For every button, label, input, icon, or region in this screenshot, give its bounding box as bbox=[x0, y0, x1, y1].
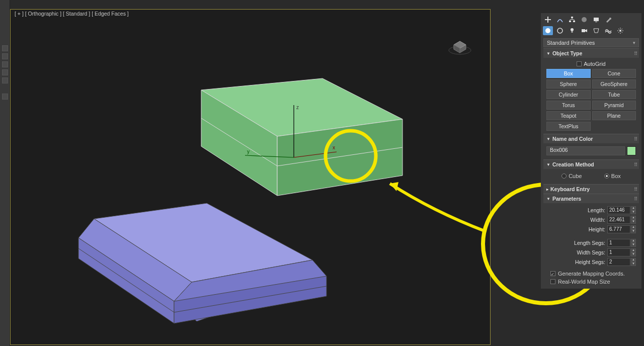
spinner-up-icon[interactable]: ▲ bbox=[631, 206, 636, 210]
lights-icon[interactable] bbox=[567, 26, 577, 35]
green-box-object[interactable] bbox=[201, 78, 403, 196]
svg-line-42 bbox=[618, 32, 619, 33]
teapot-button[interactable]: Teapot bbox=[546, 111, 591, 120]
helpers-icon[interactable] bbox=[591, 26, 601, 35]
textplus-button[interactable]: TextPlus bbox=[546, 122, 591, 131]
svg-point-35 bbox=[619, 30, 621, 32]
rollout-title: Name and Color bbox=[552, 136, 593, 142]
keyboard-entry-header[interactable]: ▸ Keyboard Entry ⠿ bbox=[543, 184, 639, 194]
spinner-up-icon[interactable]: ▲ bbox=[631, 239, 636, 243]
collapse-icon: ▼ bbox=[546, 162, 550, 167]
spinner-down-icon[interactable]: ▼ bbox=[631, 262, 636, 266]
cube-radio[interactable]: Cube bbox=[561, 173, 582, 179]
strip-slot[interactable] bbox=[2, 45, 8, 51]
primitive-category-dropdown[interactable]: Standard Primitives bbox=[543, 38, 639, 47]
sphere-button[interactable]: Sphere bbox=[546, 79, 591, 89]
svg-rect-28 bbox=[595, 22, 597, 22]
object-color-swatch[interactable] bbox=[627, 146, 636, 155]
expand-icon: ▸ bbox=[546, 187, 548, 192]
tube-button[interactable]: Tube bbox=[592, 90, 636, 99]
grip-icon: ⠿ bbox=[634, 196, 637, 202]
create-tab-icon[interactable] bbox=[543, 15, 553, 24]
box-radio[interactable]: Box bbox=[604, 173, 621, 179]
rollout-title: Parameters bbox=[552, 196, 581, 202]
generate-mapping-checkbox[interactable]: Generate Mapping Coords. bbox=[546, 270, 636, 278]
strip-slot[interactable] bbox=[2, 69, 8, 75]
width-segs-spinner[interactable]: 1 ▲▼ bbox=[607, 248, 636, 256]
strip-slot[interactable] bbox=[2, 61, 8, 67]
strip-slot[interactable] bbox=[2, 53, 8, 59]
sub-category-bar bbox=[541, 25, 641, 37]
radio-icon bbox=[561, 174, 567, 179]
geometry-icon[interactable] bbox=[543, 26, 553, 35]
systems-icon[interactable] bbox=[615, 26, 625, 35]
geosphere-button[interactable]: GeoSphere bbox=[592, 79, 636, 89]
grip-icon: ⠿ bbox=[634, 136, 637, 142]
spacewarps-icon[interactable] bbox=[603, 26, 613, 35]
dropdown-value: Standard Primitives bbox=[547, 40, 595, 46]
name-color-header[interactable]: ▼ Name and Color ⠿ bbox=[543, 134, 639, 143]
strip-slot[interactable] bbox=[2, 94, 8, 100]
svg-line-41 bbox=[622, 32, 623, 33]
spinner-down-icon[interactable]: ▼ bbox=[631, 252, 636, 256]
grip-icon: ⠿ bbox=[634, 187, 637, 192]
utilities-tab-icon[interactable] bbox=[603, 15, 613, 24]
height-segs-label: Height Segs: bbox=[575, 259, 605, 265]
main-tab-bar bbox=[541, 13, 641, 25]
parameters-header[interactable]: ▼ Parameters ⠿ bbox=[543, 194, 639, 203]
object-name-input[interactable]: Box006 bbox=[546, 146, 625, 155]
rollout-title: Creation Method bbox=[552, 161, 594, 167]
svg-line-43 bbox=[622, 29, 623, 30]
box-button[interactable]: Box bbox=[546, 69, 591, 78]
radio-icon bbox=[604, 174, 609, 179]
svg-rect-32 bbox=[572, 31, 573, 33]
creation-method-rollout: ▼ Creation Method ⠿ Cube Box bbox=[543, 159, 639, 184]
svg-rect-27 bbox=[594, 18, 599, 21]
svg-rect-25 bbox=[573, 21, 575, 22]
cylinder-button[interactable]: Cylinder bbox=[546, 90, 591, 99]
modify-tab-icon[interactable] bbox=[555, 15, 565, 24]
axis-x-label: x bbox=[333, 145, 335, 150]
spinner-down-icon[interactable]: ▼ bbox=[631, 229, 636, 233]
motion-tab-icon[interactable] bbox=[579, 15, 589, 24]
display-tab-icon[interactable] bbox=[591, 15, 601, 24]
svg-point-26 bbox=[582, 17, 587, 22]
object-type-header[interactable]: ▼ Object Type ⠿ bbox=[543, 48, 639, 58]
svg-point-30 bbox=[557, 28, 562, 33]
shapes-icon[interactable] bbox=[555, 26, 565, 35]
spinner-down-icon[interactable]: ▼ bbox=[631, 220, 636, 224]
height-spinner[interactable]: 6.777 ▲▼ bbox=[607, 225, 636, 233]
cone-button[interactable]: Cone bbox=[592, 69, 636, 78]
spinner-up-icon[interactable]: ▲ bbox=[631, 225, 636, 229]
spinner-down-icon[interactable]: ▼ bbox=[631, 210, 636, 214]
real-world-map-checkbox[interactable]: Real-World Map Size bbox=[546, 278, 636, 286]
collapse-icon: ▼ bbox=[546, 51, 550, 56]
pyramid-button[interactable]: Pyramid bbox=[592, 101, 636, 110]
object-type-rollout: ▼ Object Type ⠿ AutoGrid Box Cone Sphere… bbox=[543, 48, 639, 134]
grip-icon: ⠿ bbox=[634, 162, 637, 167]
svg-line-40 bbox=[618, 29, 619, 30]
width-label: Width: bbox=[590, 217, 605, 223]
spinner-down-icon[interactable]: ▼ bbox=[631, 243, 636, 247]
height-segs-spinner[interactable]: 2 ▲▼ bbox=[607, 258, 636, 266]
plane-button[interactable]: Plane bbox=[592, 111, 636, 120]
hierarchy-tab-icon[interactable] bbox=[567, 15, 577, 24]
length-segs-spinner[interactable]: 1 ▲▼ bbox=[607, 239, 636, 247]
creation-method-header[interactable]: ▼ Creation Method ⠿ bbox=[543, 159, 639, 169]
viewport[interactable]: [ + ] [ Orthographic ] [ Standard ] [ Ed… bbox=[10, 9, 491, 345]
svg-rect-23 bbox=[571, 17, 573, 18]
collapse-icon: ▼ bbox=[546, 197, 550, 201]
width-spinner[interactable]: 22.461 ▲▼ bbox=[607, 216, 636, 224]
spinner-up-icon[interactable]: ▲ bbox=[631, 248, 636, 252]
strip-slot[interactable] bbox=[2, 77, 8, 83]
name-color-rollout: ▼ Name and Color ⠿ Box006 bbox=[543, 134, 639, 159]
rollout-title: Object Type bbox=[552, 50, 582, 56]
width-segs-label: Width Segs: bbox=[577, 249, 605, 255]
autogrid-checkbox[interactable]: AutoGrid bbox=[546, 60, 636, 69]
torus-button[interactable]: Torus bbox=[546, 101, 591, 110]
spinner-up-icon[interactable]: ▲ bbox=[631, 216, 636, 220]
spinner-up-icon[interactable]: ▲ bbox=[631, 258, 636, 262]
length-spinner[interactable]: 20.146 ▲▼ bbox=[607, 206, 636, 214]
cameras-icon[interactable] bbox=[579, 26, 589, 35]
blue-box-object[interactable] bbox=[78, 203, 327, 323]
